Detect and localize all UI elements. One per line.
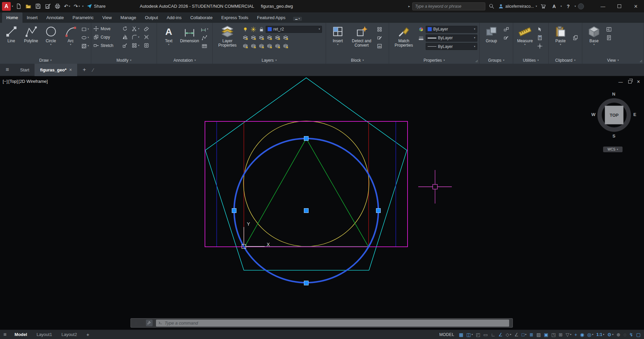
- group-button[interactable]: Group: [482, 24, 501, 43]
- erase-button[interactable]: [142, 25, 151, 33]
- redo-button[interactable]: ↷▾: [72, 2, 81, 11]
- drawing-restore-button[interactable]: [628, 80, 632, 83]
- notifications-icon[interactable]: [578, 3, 584, 9]
- paste-button[interactable]: Paste▾: [551, 24, 570, 46]
- viewcube[interactable]: N S W E TOP: [591, 92, 638, 138]
- ribbon-display-toggle[interactable]: ▬▾: [293, 17, 302, 21]
- open-button[interactable]: [24, 2, 33, 11]
- dimension-button[interactable]: Dimension: [180, 24, 199, 43]
- arc-caret-icon[interactable]: ▾: [70, 43, 71, 46]
- model-tab[interactable]: Model: [14, 332, 27, 337]
- tab-express-tools[interactable]: Express Tools: [217, 12, 253, 23]
- close-button[interactable]: ×: [628, 0, 644, 12]
- layer-freeze-tool-button[interactable]: [274, 34, 281, 41]
- circle-caret-icon[interactable]: ▾: [50, 43, 51, 46]
- drawing-minimize-button[interactable]: —: [619, 79, 623, 84]
- layer-lock-tool-button[interactable]: [258, 42, 265, 50]
- layer-change-button[interactable]: [274, 42, 281, 50]
- text-button[interactable]: Text▾: [159, 24, 178, 46]
- viewport-view-control[interactable]: [Top]: [8, 79, 18, 84]
- copy-button[interactable]: Copy: [93, 34, 120, 40]
- save-button[interactable]: [34, 2, 42, 11]
- redo-caret-icon[interactable]: ▾: [78, 5, 80, 8]
- file-tabs-menu-icon[interactable]: ≡: [0, 66, 15, 73]
- layer-lock-button[interactable]: [258, 25, 265, 33]
- autoscale-toggle[interactable]: ◎▾: [587, 332, 593, 337]
- line-button[interactable]: Line: [2, 24, 20, 43]
- tab-figuras-geo[interactable]: figuras_geo*×: [35, 64, 77, 76]
- isometric-drafting-toggle[interactable]: ◇▾: [506, 332, 512, 337]
- undo-button[interactable]: ↶▾: [63, 2, 71, 11]
- maximize-button[interactable]: [611, 0, 628, 12]
- define-attributes-button[interactable]: [376, 42, 383, 50]
- lineweight-dropdown[interactable]: ByLayer ▾: [426, 35, 477, 42]
- clean-screen-toggle[interactable]: ▢: [636, 332, 641, 337]
- dynamic-input-toggle[interactable]: ▭: [483, 332, 488, 337]
- wcs-menu[interactable]: WCS ▾: [603, 147, 623, 152]
- app-store-button[interactable]: [539, 2, 548, 11]
- offset-button[interactable]: [142, 42, 151, 49]
- annotation-scale-toggle[interactable]: 1:1▾: [596, 332, 604, 337]
- plot-button[interactable]: [53, 2, 62, 11]
- viewcube-south-label[interactable]: S: [612, 133, 615, 138]
- properties-panel-label[interactable]: Properties▾◿: [389, 57, 479, 64]
- ellipse-button[interactable]: ▾: [81, 34, 89, 41]
- minimize-button[interactable]: —: [595, 0, 611, 12]
- annotation-visibility-toggle[interactable]: ◉: [580, 332, 584, 337]
- layer-properties-button[interactable]: Layer Properties: [215, 24, 240, 48]
- viewcube-east-label[interactable]: E: [633, 112, 636, 117]
- command-input-field[interactable]: [156, 320, 509, 327]
- group-edit-button[interactable]: [502, 34, 510, 41]
- hatch-button[interactable]: ▾: [81, 42, 89, 50]
- copy-clip-button[interactable]: [572, 34, 579, 41]
- sheet-set-manager-button[interactable]: [605, 34, 612, 41]
- selection-cycling-toggle[interactable]: ▣: [544, 332, 548, 337]
- ungroup-button[interactable]: [502, 25, 510, 33]
- ortho-mode-toggle[interactable]: ∟: [491, 332, 495, 337]
- isolate-objects-toggle[interactable]: ◌: [624, 332, 626, 337]
- app-menu-caret-icon[interactable]: ▾: [12, 5, 13, 8]
- layer-freeze-button[interactable]: [250, 25, 257, 33]
- object-snap-tracking-toggle[interactable]: ∠: [514, 332, 519, 337]
- search-button[interactable]: [487, 2, 496, 11]
- annotation-monitor-toggle[interactable]: ⊕: [616, 332, 621, 337]
- linear-dimension-button[interactable]: ▾: [201, 25, 208, 33]
- tab-home[interactable]: Home: [2, 12, 22, 23]
- properties-dialog-launcher-icon[interactable]: ◿: [476, 59, 478, 62]
- new-layout-button[interactable]: +: [86, 332, 89, 337]
- tab-manage[interactable]: Manage: [116, 12, 141, 23]
- block-editor-button[interactable]: [376, 34, 383, 41]
- account-menu[interactable]: aliceferreiraco... ▾: [498, 3, 537, 9]
- command-line-drag-handle[interactable]: [134, 320, 138, 326]
- table-button[interactable]: [201, 42, 208, 50]
- clipboard-panel-label[interactable]: Clipboard▾: [549, 57, 582, 64]
- model-space-badge[interactable]: MODEL: [439, 332, 454, 337]
- new-drawing-button[interactable]: [14, 2, 23, 11]
- trim-button[interactable]: ▾: [129, 25, 142, 33]
- tab-add-ins[interactable]: Add-ins: [162, 12, 186, 23]
- object-snap-toggle[interactable]: □▾: [522, 332, 526, 337]
- tab-insert[interactable]: Insert: [22, 12, 42, 23]
- autodesk-access-caret-icon[interactable]: ▾: [560, 5, 562, 8]
- layer-off-tool-button[interactable]: [282, 34, 289, 41]
- explode-button[interactable]: [142, 34, 151, 41]
- base-caret-icon[interactable]: ▾: [593, 43, 595, 46]
- gizmo-toggle[interactable]: +: [574, 332, 577, 337]
- layout-menu-icon[interactable]: ≡: [3, 332, 6, 338]
- lineweight-display-toggle[interactable]: ≣: [529, 332, 533, 337]
- linetype-dropdown[interactable]: ByLayer ▾: [426, 43, 477, 50]
- cut-button[interactable]: [572, 25, 579, 33]
- viewcube-west-label[interactable]: W: [591, 112, 595, 117]
- mirror-button[interactable]: [120, 34, 129, 41]
- layer-unlock-button[interactable]: [266, 42, 273, 50]
- tab-start[interactable]: Start: [15, 64, 35, 76]
- tab-annotate[interactable]: Annotate: [42, 12, 68, 23]
- command-line-close-icon[interactable]: ×: [140, 320, 143, 326]
- rotate-button[interactable]: [120, 25, 129, 33]
- drawing-canvas[interactable]: YX: [0, 76, 644, 330]
- text-caret-icon[interactable]: ▾: [168, 43, 169, 46]
- layers-panel-label[interactable]: Layers▾: [213, 57, 326, 64]
- base-button[interactable]: Base▾: [584, 24, 604, 46]
- match-properties-button[interactable]: Match Properties: [391, 24, 417, 48]
- quick-select-button[interactable]: [536, 25, 543, 33]
